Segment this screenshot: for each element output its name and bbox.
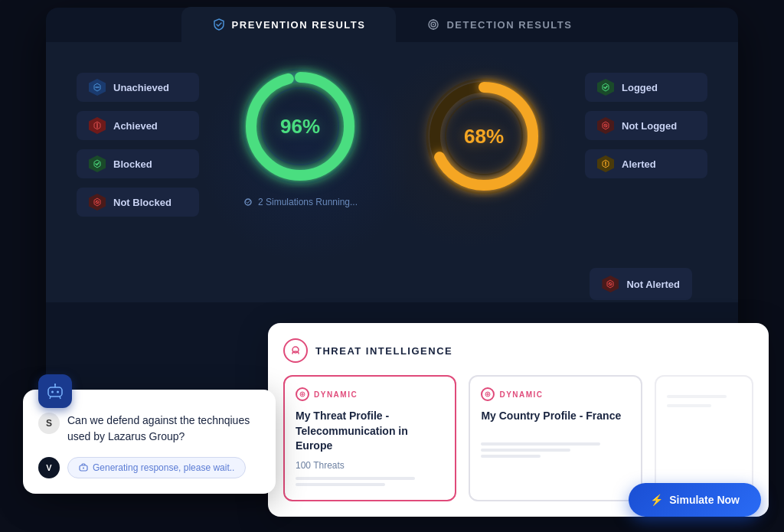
not-alerted-icon [602,276,619,292]
svg-point-27 [54,383,56,385]
tab-detection-label: DETECTION RESULTS [446,19,572,31]
card-line-2c [481,455,541,458]
tab-detection[interactable]: DETECTION RESULTS [396,7,603,42]
blocked-icon [89,155,106,172]
assistant-logo: V [38,457,60,478]
threat-header: THREAT INTELLIGENCE [283,338,753,363]
svg-line-29 [60,397,60,399]
chat-bot-icon[interactable] [38,374,72,408]
charts-center: 96% 2 Simulations Running... [199,65,585,207]
user-message-text: Can we defend against the technqiues use… [67,413,260,445]
alerted-label: Alerted [622,158,656,170]
unachieved-icon [89,79,106,96]
dynamic-icon-2 [481,387,495,401]
legend-not-blocked: Not Blocked [77,188,199,217]
dynamic-badge-2: DYNAMIC [481,387,629,401]
logged-label: Logged [622,82,658,93]
threat-intelligence-icon [283,338,308,363]
svg-point-20 [605,165,606,166]
prevention-donut: 96% [239,65,361,188]
legend-achieved: Achieved [77,111,199,140]
unachieved-label: Unachieved [113,82,169,93]
simulate-label: Simulate Now [669,494,740,506]
tabs-row: PREVENTION RESULTS DETECTION RESULTS [46,7,738,42]
simulate-now-button[interactable]: ⚡ Simulate Now [629,483,761,517]
svg-point-2 [433,24,434,25]
legend-unachieved: Unachieved [77,73,199,102]
blocked-label: Blocked [113,158,152,170]
svg-point-13 [245,199,251,205]
main-container: V PREVENTION RESULTS [0,0,784,532]
user-avatar: S [38,413,60,434]
simulate-icon: ⚡ [650,494,663,506]
threat-card-telecom[interactable]: DYNAMIC My Threat Profile - Telecommunic… [283,375,456,501]
card-line-1b [296,483,385,486]
svg-rect-23 [48,387,62,397]
dynamic-icon-1 [296,387,309,401]
achieved-icon [89,117,106,134]
card-threats-1: 100 Threats [296,460,444,471]
legend-blocked: Blocked [77,149,199,178]
legend-alerted: Alerted [585,149,707,178]
chat-panel: S Can we defend against the technqiues u… [23,390,276,494]
detection-percent: 68% [464,125,504,149]
svg-point-31 [83,468,84,469]
card-line-3a [667,395,727,398]
card-line-3b [667,404,711,407]
card-line-1a [296,477,415,480]
detection-donut: 68% [423,75,545,197]
card-line-2a [481,442,600,446]
legend-not-logged: Not Logged [585,111,707,140]
not-alerted-badge: Not Alerted [590,268,692,300]
chat-response: V Generating response, please wait.. [38,457,260,478]
alerted-icon [597,155,614,172]
svg-point-24 [51,391,54,393]
prevention-chart: 96% 2 Simulations Running... [239,65,361,207]
not-logged-label: Not Logged [622,120,677,132]
shield-icon [212,18,226,31]
generating-badge: Generating response, please wait.. [67,457,246,478]
dynamic-badge-1: DYNAMIC [296,387,444,401]
target-icon [426,18,440,31]
detection-legend: Logged Not Logged [585,73,707,178]
not-alerted-label: Not Alerted [626,279,680,290]
card-title-2: My Country Profile - France [481,409,629,424]
chat-user-message: S Can we defend against the technqiues u… [38,413,260,445]
tab-prevention[interactable]: PREVENTION RESULTS [181,7,397,42]
svg-line-28 [50,397,51,399]
threat-card-france[interactable]: DYNAMIC My Country Profile - France [469,375,642,501]
prevention-legend: Unachieved Achieved [77,73,199,217]
simulations-label: 2 Simulations Running... [243,197,358,207]
detection-chart: 68% [423,75,545,197]
threat-title: THREAT INTELLIGENCE [315,345,452,357]
logged-icon [597,79,614,96]
not-blocked-label: Not Blocked [113,197,172,208]
achieved-label: Achieved [113,120,158,132]
not-blocked-icon [89,194,106,211]
card-title-1: My Threat Profile - Telecommunication in… [296,409,444,454]
not-logged-icon [597,117,614,134]
results-area: Unachieved Achieved [46,42,738,302]
svg-point-25 [57,391,59,393]
tab-prevention-label: PREVENTION RESULTS [232,19,366,31]
legend-logged: Logged [585,73,707,102]
dynamic-text-2: DYNAMIC [499,390,543,399]
prevention-percent: 96% [280,115,320,139]
dynamic-text-1: DYNAMIC [314,390,358,399]
card-line-2b [481,449,570,452]
